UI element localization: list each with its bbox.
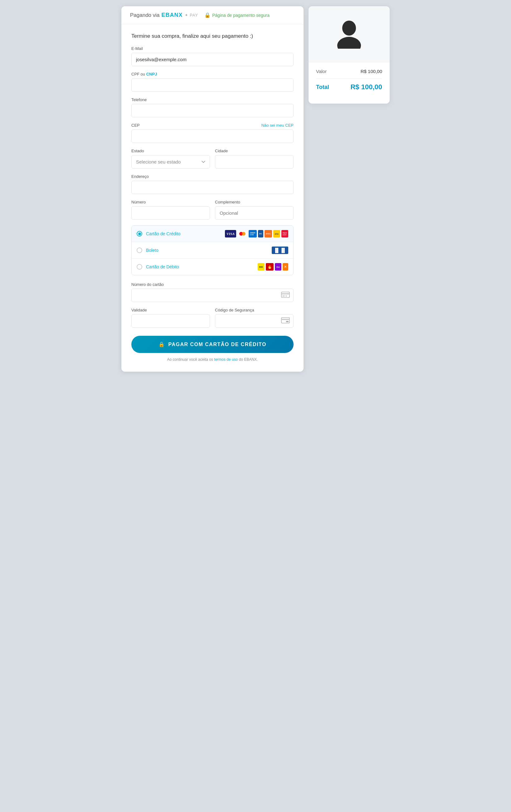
payment-options: Cartão de Crédito VISA AMERICAN (131, 225, 294, 275)
card-number-icon (281, 291, 290, 299)
boleto-option[interactable]: Boleto ▐▌▐▌ (132, 242, 293, 259)
validade-field[interactable] (131, 314, 210, 328)
telefone-field[interactable] (131, 104, 294, 117)
validade-label: Validade (131, 308, 210, 312)
card-number-field[interactable] (131, 289, 294, 302)
total-value: R$ 100,00 (350, 83, 382, 91)
boleto-label: Boleto (146, 248, 272, 253)
svg-rect-4 (281, 293, 290, 294)
hipercard-logo: hipercard (281, 230, 288, 237)
pay-button-label: PAGAR COM CARTÃO DE CRÉDITO (168, 342, 266, 347)
boleto-radio (137, 248, 142, 253)
estado-group: Estado Selecione seu estado AC AL AM BA … (131, 149, 210, 169)
form-title: Termine sua compra, finalize aqui seu pa… (131, 33, 294, 39)
endereco-field[interactable] (131, 181, 294, 194)
estado-label: Estado (131, 149, 210, 153)
complemento-field[interactable] (215, 206, 294, 220)
telefone-group: Telefone (131, 97, 294, 117)
pay-button[interactable]: 🔒 PAGAR COM CARTÃO DE CRÉDITO (131, 336, 294, 353)
user-avatar-icon (335, 18, 363, 52)
ebanx-brand: EBANX (161, 12, 183, 19)
cpf-group: CPF ou CNPJ (131, 72, 294, 92)
total-label: Total (316, 84, 329, 90)
cep-label: CEP (131, 123, 140, 128)
svg-rect-3 (281, 292, 290, 297)
email-label: E-Mail (131, 46, 294, 51)
avatar-section (308, 6, 390, 62)
numero-complemento-row: Número Complemento (131, 200, 294, 225)
cidade-group: Cidade (215, 149, 294, 169)
card-number-label: Número do cartão (131, 282, 294, 287)
estado-cidade-row: Estado Selecione seu estado AC AL AM BA … (131, 149, 294, 174)
endereco-group: Endereço (131, 174, 294, 194)
debit-card-option[interactable]: Cartão de Débito BB 🔥 nu ✕ (132, 259, 293, 275)
boleto-barcode-icon: ▐▌▐▌ (272, 246, 288, 254)
validade-codigo-row: Validade Código de Segurança (131, 308, 294, 333)
email-field[interactable] (131, 53, 294, 66)
card-number-wrapper (131, 289, 294, 302)
order-summary-sidebar: Valor R$ 100,00 Total R$ 100,00 (308, 6, 390, 104)
cidade-label: Cidade (215, 149, 294, 153)
email-group: E-Mail (131, 46, 294, 66)
lock-icon: 🔒 (158, 341, 166, 347)
amex-logo: AMERICAN (249, 230, 257, 237)
estado-select[interactable]: Selecione seu estado AC AL AM BA CE DF E… (131, 155, 210, 169)
svg-rect-8 (281, 319, 290, 320)
svg-rect-5 (282, 295, 285, 296)
numero-label: Número (131, 200, 210, 204)
price-section: Valor R$ 100,00 Total R$ 100,00 (308, 62, 390, 97)
payment-header: Pagando via EBANX ✦ PAY 🔒 Página de paga… (121, 6, 304, 24)
telefone-label: Telefone (131, 97, 294, 102)
credit-card-logos: VISA AMERICAN DC DISC (225, 230, 288, 237)
valor-value: R$ 100,00 (361, 69, 382, 74)
inter-logo: ✕ (283, 263, 288, 270)
numero-field[interactable] (131, 206, 210, 220)
nubank-logo: nu (275, 263, 281, 270)
valor-row: Valor R$ 100,00 (316, 69, 382, 74)
boleto-logos: ▐▌▐▌ (272, 246, 288, 254)
cep-link[interactable]: Não sei meu CEP (262, 123, 294, 128)
debit-card-logos: BB 🔥 nu ✕ (258, 263, 288, 270)
debit-card-radio (137, 264, 142, 270)
debit-card-label: Cartão de Débito (146, 264, 258, 269)
terms-text: Ao continuar você aceita os termos de us… (131, 357, 294, 362)
radio-inner (138, 232, 141, 235)
checkout-form: Termine sua compra, finalize aqui seu pa… (121, 24, 304, 372)
diners-logo: DC (258, 230, 263, 237)
santander-logo: 🔥 (266, 263, 274, 270)
elo-logo: elo (273, 230, 280, 237)
cvv-icon (281, 317, 290, 325)
visa-logo: VISA (225, 230, 236, 237)
card-number-group: Número do cartão (131, 282, 294, 302)
cpf-label: CPF ou CNPJ (131, 72, 294, 77)
codigo-label: Código de Segurança (215, 308, 294, 312)
secure-label: Página de pagamento segura (212, 13, 270, 18)
total-row: Total R$ 100,00 (316, 78, 382, 91)
cep-field[interactable] (131, 129, 294, 143)
endereco-label: Endereço (131, 174, 294, 179)
credit-card-radio (137, 231, 142, 236)
cpf-field[interactable] (131, 78, 294, 92)
svg-point-10 (342, 21, 356, 36)
valor-label: Valor (316, 69, 327, 74)
svg-point-11 (337, 37, 361, 49)
lock-icon: 🔒 (204, 12, 211, 18)
pay-suffix: ✦ PAY (185, 13, 199, 18)
brand-section: Pagando via EBANX ✦ PAY (130, 12, 198, 19)
terms-link[interactable]: termos de uso (214, 357, 238, 362)
bb-logo: BB (258, 263, 265, 270)
numero-group: Número (131, 200, 210, 220)
codigo-wrapper (215, 314, 294, 328)
svg-rect-9 (286, 321, 289, 322)
cep-group: CEP Não sei meu CEP (131, 123, 294, 143)
validade-group: Validade (131, 308, 210, 328)
credit-card-label: Cartão de Crédito (146, 231, 225, 236)
complemento-label: Complemento (215, 200, 294, 204)
discover-logo: DISC (265, 230, 272, 237)
codigo-group: Código de Segurança (215, 308, 294, 328)
svg-rect-7 (281, 317, 290, 323)
cidade-field[interactable] (215, 155, 294, 169)
svg-rect-6 (285, 295, 287, 296)
credit-card-option[interactable]: Cartão de Crédito VISA AMERICAN (132, 226, 293, 242)
paying-via-text: Pagando via (130, 12, 160, 19)
